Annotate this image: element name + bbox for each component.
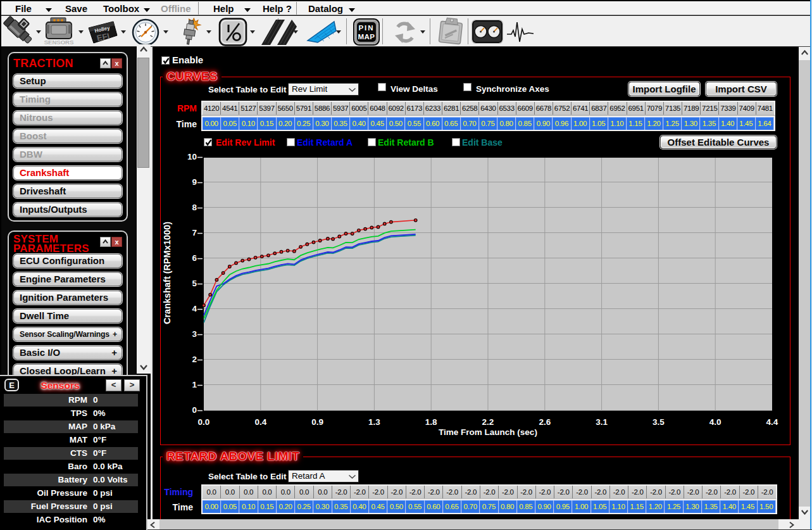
svg-text:MAP: MAP <box>358 33 375 41</box>
svg-text:1: 1 <box>192 380 197 389</box>
svg-text:3.1: 3.1 <box>596 417 608 427</box>
svg-text:4.0: 4.0 <box>709 417 721 427</box>
svg-text:3: 3 <box>192 329 197 339</box>
svg-text:PIN: PIN <box>358 24 374 32</box>
svg-text:Time From Launch (sec): Time From Launch (sec) <box>439 427 537 437</box>
svg-text:0.4: 0.4 <box>254 417 266 427</box>
svg-text:4.4: 4.4 <box>766 417 778 427</box>
svg-text:5: 5 <box>192 279 197 288</box>
svg-text:0.0: 0.0 <box>198 417 210 427</box>
svg-text:0: 0 <box>192 405 197 415</box>
svg-text:2: 2 <box>192 355 197 364</box>
svg-text:0.9: 0.9 <box>311 417 323 427</box>
svg-text:7: 7 <box>192 228 197 237</box>
svg-text:2.6: 2.6 <box>539 417 551 427</box>
svg-text:9: 9 <box>192 177 197 187</box>
svg-text:Crankshaft (RPMx1000): Crankshaft (RPMx1000) <box>162 222 172 324</box>
svg-text:SENSORS: SENSORS <box>44 39 73 46</box>
svg-text:6: 6 <box>192 253 197 263</box>
svg-text:2.2: 2.2 <box>482 417 494 427</box>
svg-text:8: 8 <box>192 203 197 212</box>
svg-text:1.8: 1.8 <box>425 417 437 427</box>
svg-text:10: 10 <box>187 152 197 161</box>
svg-text:4: 4 <box>192 304 197 313</box>
svg-text:3.5: 3.5 <box>653 417 665 427</box>
svg-text:EFI: EFI <box>96 31 111 43</box>
svg-text:1.3: 1.3 <box>368 417 380 427</box>
